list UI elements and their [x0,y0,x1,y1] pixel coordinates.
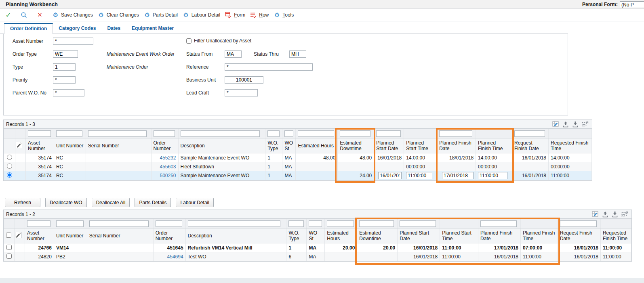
order-number-link[interactable]: 454694 [167,254,183,260]
filter-input-w-o-type[interactable] [267,130,280,137]
filter-input-serial-number[interactable] [89,220,149,227]
form-menu-button[interactable]: Form [223,11,248,19]
business-unit-field[interactable] [225,76,263,84]
filter-input-serial-number[interactable] [88,130,147,137]
column-header-asset-number[interactable]: Asset Number [25,138,54,153]
order-number-link[interactable]: 455232 [160,155,176,161]
filter-input-request-finish-date[interactable] [514,130,545,137]
filter-input-w-o-type[interactable] [288,220,303,227]
planned-start-date-input[interactable] [378,172,402,179]
column-header-planned-finish-time[interactable]: Planned Finish Time [476,138,512,153]
save-changes-button[interactable]: ⚙Save Changes [50,11,95,19]
planned-finish-time-input[interactable] [478,172,507,179]
filter-input-description[interactable] [188,220,280,227]
order-type-field[interactable] [53,50,78,58]
customize-grid-icon[interactable] [552,121,559,127]
column-header-serial-number[interactable]: Serial Number [87,228,153,243]
filter-input-planned-start-date[interactable] [400,220,436,227]
filter-input-unit-number[interactable] [56,220,84,227]
order-number-link[interactable]: 455603 [160,164,176,170]
column-header-planned-finish-date[interactable]: Planned Finish Date [478,228,521,243]
row-select-radio[interactable] [7,155,12,160]
import-grid-icon[interactable] [572,121,579,128]
filter-input-description[interactable] [181,130,260,137]
tools-menu-button[interactable]: ⚙Tools [271,11,296,19]
planned-finish-date-input[interactable] [442,172,474,179]
column-header-planned-finish-date[interactable]: Planned Finish Date [437,138,476,153]
column-header-estimated-hours[interactable]: Estimated Hours [325,228,357,243]
filter-input-order-number[interactable] [154,130,175,137]
status-from-field[interactable] [225,50,242,58]
export-grid-icon[interactable] [562,121,569,128]
filter-input-wo-st[interactable] [309,220,322,227]
filter-input-unit-number[interactable] [56,130,82,137]
column-header-estimated-hours[interactable]: Estimated Hours [296,138,338,153]
column-header-planned-finish-time[interactable]: Planned Finish Time [521,228,558,243]
row-select-checkbox[interactable] [6,245,12,250]
clear-changes-button[interactable]: ⚙Clear Changes [95,11,141,19]
select-all-checkbox[interactable] [6,233,11,238]
column-header-wo-st[interactable]: WO St [307,228,325,243]
status-thru-field[interactable] [289,50,306,58]
tab-equipment-master[interactable]: Equipment Master [126,23,179,34]
tab-order-definition[interactable]: Order Definition [4,23,53,34]
column-header-wo-st[interactable]: WO St [282,138,296,153]
filter-input-estimated-hours[interactable] [327,220,354,227]
filter-input-estimated-downtime[interactable] [340,130,370,137]
reference-field[interactable] [225,63,313,71]
column-header-request-finish-date[interactable]: Request Finish Date [558,228,600,243]
find-button[interactable] [18,11,30,19]
labour-detail-button[interactable]: Labour Detail [176,198,213,207]
filter-input-asset-number[interactable] [28,130,51,137]
export-grid-icon[interactable] [602,211,608,218]
column-header-serial-number[interactable]: Serial Number [86,138,151,153]
asset-number-field[interactable] [53,38,93,45]
parts-detail-button[interactable]: ⚙Parts Detail [141,11,180,19]
filter-input-estimated-hours[interactable] [298,130,334,137]
ok-check-button[interactable]: ✓ [2,11,14,19]
column-header-order-number[interactable]: Order Number [153,228,185,243]
tab-dates[interactable]: Dates [101,23,126,34]
column-header-planned-start-date[interactable]: Planned Start Date [398,228,440,243]
column-header-description[interactable]: Description [178,138,265,153]
expand-grid-icon[interactable] [621,211,628,218]
filter-input-planned-finish-date[interactable] [480,220,517,227]
import-grid-icon[interactable] [612,211,618,218]
tab-category-codes[interactable]: Category Codes [53,23,101,34]
refresh-button[interactable]: Refresh [5,198,40,207]
row-select-checkbox[interactable] [6,254,12,259]
column-header-unit-number[interactable]: Unit Number [54,138,86,153]
parts-details-button[interactable]: Parts Details [135,198,171,207]
lead-craft-field[interactable] [225,89,258,96]
filter-input-wo-st[interactable] [284,130,293,137]
column-header-planned-start-time[interactable]: Planned Start Time [404,138,437,153]
filter-input-order-number[interactable] [156,220,182,227]
expand-grid-icon[interactable] [582,121,589,128]
column-header-request-finish-date[interactable]: Request Finish Date [512,138,549,153]
column-header-requested-finish-time[interactable]: Requested Finish Time [548,138,591,153]
filter-input-planned-start-date[interactable] [376,130,400,137]
column-header-description[interactable]: Description [185,228,286,243]
column-header-order-number[interactable]: Order Number [151,138,178,153]
personal-form-select[interactable]: (No P [620,1,644,8]
parent-wo-field[interactable] [53,89,84,96]
column-header-planned-start-time[interactable]: Planned Start Time [440,228,478,243]
planned-start-time-input[interactable] [406,172,432,179]
column-header-w-o-type[interactable]: W.O. Type [265,138,282,153]
filter-input-request-finish-date[interactable] [560,220,597,227]
filter-input-estimated-downtime[interactable] [359,220,394,227]
filter-input-planned-finish-date[interactable] [439,130,472,137]
cancel-button[interactable]: ✕ [34,11,46,19]
column-header-requested-finish-time[interactable]: Requested Finish Time [600,228,631,243]
customize-grid-icon[interactable] [592,211,599,217]
filter-unallocated-checkbox[interactable] [186,38,192,44]
column-header-asset-number[interactable]: Asset Number [25,228,54,243]
filter-input-asset-number[interactable] [27,220,51,227]
labour-detail-button[interactable]: ⚙Labour Detail [180,11,223,19]
type-field[interactable] [53,63,76,71]
row-menu-button[interactable]: Row [248,11,271,19]
priority-field[interactable] [53,76,76,84]
deallocate-all-button[interactable]: Deallocate All [92,198,130,207]
row-select-radio[interactable] [7,172,12,178]
column-header-w-o-type[interactable]: W.O. Type [286,228,307,243]
